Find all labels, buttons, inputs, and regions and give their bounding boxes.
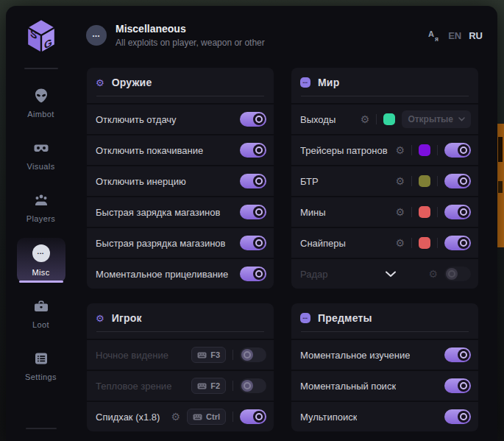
background-sign-letter <box>498 137 503 162</box>
toggle-switch[interactable] <box>240 112 266 127</box>
color-swatch[interactable] <box>419 175 430 187</box>
row-label: Мультипоиск <box>300 412 357 423</box>
toggle-switch[interactable] <box>444 267 471 281</box>
gear-icon: ⚙ <box>96 78 104 88</box>
toggle-switch[interactable] <box>444 174 471 188</box>
toggle-knob <box>458 237 469 249</box>
color-swatch[interactable] <box>383 113 395 125</box>
toggle-switch[interactable] <box>240 174 266 188</box>
section-player: ⚙ Игрок Ночное видение F3 <box>87 303 274 431</box>
section-divider <box>96 96 264 96</box>
toggle-switch[interactable] <box>240 378 266 393</box>
color-swatch[interactable] <box>419 237 430 249</box>
sidebar-item-misc[interactable]: ••• Misc <box>17 238 65 283</box>
svg-text:A: A <box>428 29 434 38</box>
row-label: Отключить покачивание <box>96 145 203 156</box>
row-night-vision: Ночное видение F3 <box>87 340 274 370</box>
hotkey-badge[interactable]: Ctrl <box>187 409 226 425</box>
exits-dropdown[interactable]: Открытые <box>402 110 471 128</box>
translate-icon[interactable]: A я <box>427 29 441 42</box>
app-logo: S G <box>24 18 58 57</box>
divider <box>437 176 438 186</box>
toggle-knob <box>253 237 265 249</box>
toggle-switch[interactable] <box>240 236 266 250</box>
toggle-switch[interactable] <box>444 347 471 362</box>
language-switch: A я EN RU <box>427 29 486 42</box>
divider <box>437 238 438 248</box>
keyboard-icon <box>197 383 207 389</box>
gear-icon[interactable]: ⚙ <box>361 114 370 124</box>
section-world: ••• Мир Выходы ⚙ Открытые <box>291 68 478 289</box>
gear-icon[interactable]: ⚙ <box>395 207 405 217</box>
row-thermal-vision: Тепловое зрение F2 <box>87 371 274 401</box>
color-swatch[interactable] <box>419 206 430 218</box>
toggle-switch[interactable] <box>444 205 471 219</box>
row-speedhack: Спидхак (x1.8) ⚙ Ctrl <box>87 402 274 431</box>
row-label: Отключить инерцию <box>96 176 186 187</box>
divider <box>233 381 233 391</box>
sidebar-item-settings[interactable]: Settings <box>17 344 65 387</box>
toggle-switch[interactable] <box>444 409 471 424</box>
row-label: Быстрая разрядка магазинов <box>96 238 225 249</box>
sidebar-item-label: Misc <box>32 268 49 277</box>
toggle-knob <box>253 268 265 280</box>
page-title: Miscellaneous <box>116 23 265 35</box>
section-divider <box>96 331 264 332</box>
toggle-switch[interactable] <box>240 143 266 158</box>
section-weapon: ⚙ Оружие Отключить отдачу Отключить пока… <box>87 68 274 289</box>
vr-goggles-icon <box>33 140 49 156</box>
left-column: ⚙ Оружие Отключить отдачу Отключить пока… <box>87 68 274 431</box>
toggle-knob <box>253 113 265 125</box>
sidebar-item-visuals[interactable]: Visuals <box>17 133 65 177</box>
sidebar: S G Aimbot Visuals <box>6 6 76 441</box>
divider <box>411 145 412 155</box>
chevron-down-icon <box>458 117 465 121</box>
row-label: Быстрая зарядка магазинов <box>96 207 220 218</box>
gear-icon[interactable]: ⚙ <box>428 269 438 279</box>
row-snipers: Снайперы ⚙ <box>291 228 478 258</box>
color-swatch[interactable] <box>419 144 430 156</box>
toggle-switch[interactable] <box>240 347 266 362</box>
briefcase-icon <box>33 298 49 314</box>
alien-icon <box>33 88 49 104</box>
toggle-knob <box>458 206 469 218</box>
toggle-knob <box>253 411 265 423</box>
hotkey-badge[interactable]: F2 <box>191 378 226 394</box>
row-no-recoil: Отключить отдачу <box>87 105 274 134</box>
toggle-switch[interactable] <box>240 267 266 281</box>
gear-icon[interactable]: ⚙ <box>171 412 180 422</box>
lang-ru-button[interactable]: RU <box>469 30 483 41</box>
row-label: Выходы <box>300 114 336 125</box>
section-items-header: ••• Предметы <box>291 303 478 339</box>
sidebar-item-aimbot[interactable]: Aimbot <box>17 81 65 124</box>
gear-icon[interactable]: ⚙ <box>395 176 405 186</box>
globe-icon: ••• <box>300 77 310 88</box>
sidebar-item-label: Loot <box>32 320 49 329</box>
toggle-knob <box>253 175 265 187</box>
cheat-menu-window: S G Aimbot Visuals <box>6 6 497 441</box>
toggle-switch[interactable] <box>240 205 266 219</box>
gear-icon[interactable]: ⚙ <box>395 145 405 155</box>
lang-en-button[interactable]: EN <box>448 30 461 41</box>
toggle-switch[interactable] <box>444 378 471 393</box>
hotkey-badge[interactable]: F3 <box>191 347 226 363</box>
gear-icon[interactable]: ⚙ <box>395 238 405 248</box>
toggle-knob <box>458 380 469 392</box>
row-label: Трейсеры патронов <box>300 145 388 156</box>
row-label: БТР <box>300 176 319 187</box>
sidebar-item-loot[interactable]: Loot <box>17 292 65 335</box>
background-sign <box>497 124 504 247</box>
toggle-knob <box>458 411 469 423</box>
row-label: Моментальное изучение <box>300 350 410 361</box>
toggle-switch[interactable] <box>240 409 266 424</box>
divider <box>233 412 233 422</box>
main-area: ••• Miscellaneous All exploits on player… <box>76 6 497 441</box>
row-multisearch: Мультипоиск <box>291 402 478 431</box>
chevron-down-icon[interactable] <box>385 271 397 278</box>
row-label: Моментальное прицеливание <box>96 269 228 280</box>
toggle-switch[interactable] <box>444 236 471 250</box>
sidebar-item-players[interactable]: Players <box>17 186 65 229</box>
toggle-knob <box>458 144 469 156</box>
toggle-switch[interactable] <box>444 143 471 158</box>
section-world-header: ••• Мир <box>291 68 478 103</box>
